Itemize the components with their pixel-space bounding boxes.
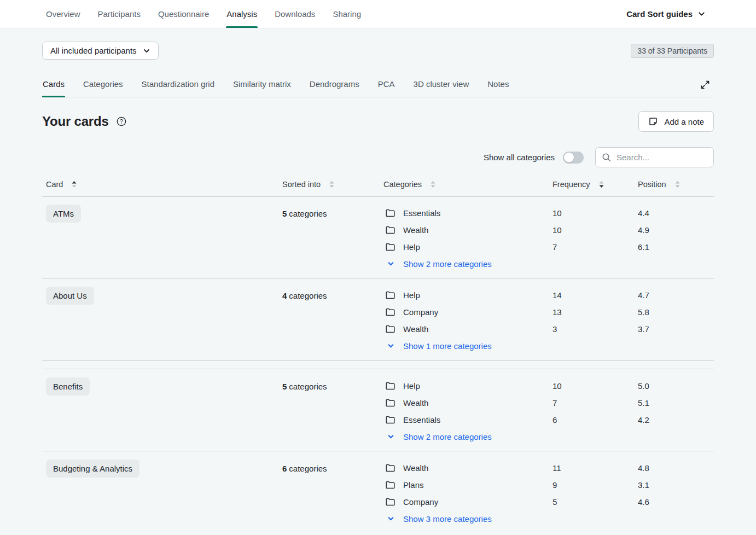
category-frequency: 9	[553, 480, 638, 490]
row-group-divider	[42, 360, 714, 369]
tab-standardization-grid[interactable]: Standardization grid	[141, 76, 215, 97]
folder-icon	[383, 382, 403, 390]
participants-filter-dropdown[interactable]: All included participants	[42, 42, 159, 60]
show-more-label: Show 3 more categories	[403, 514, 714, 524]
controls-row: Show all categories	[42, 147, 714, 167]
sorted-count: 4	[282, 291, 287, 300]
category-name: Wealth	[403, 225, 553, 235]
show-more-label: Show 1 more categories	[403, 341, 714, 351]
category-line: Wealth 3 3.7	[383, 321, 714, 338]
page-title: Your cards	[42, 114, 109, 129]
card-chip[interactable]: Budgeting & Analytics	[46, 460, 139, 478]
analysis-tabs-list: Cards Categories Standardization grid Si…	[42, 76, 509, 97]
sorted-count: 5	[282, 209, 287, 218]
sort-icon-frequency[interactable]	[598, 181, 604, 188]
category-frequency: 13	[553, 307, 638, 317]
category-frequency: 10	[553, 225, 638, 235]
card-cell: About Us	[46, 287, 282, 354]
sorted-suffix: categories	[289, 291, 327, 300]
show-more-categories-link[interactable]: Show 2 more categories	[383, 255, 714, 272]
folder-icon	[383, 498, 403, 506]
nav-item-downloads[interactable]: Downloads	[275, 0, 315, 28]
category-position: 3.7	[638, 324, 714, 334]
participants-count-badge: 33 of 33 Participants	[631, 44, 714, 58]
folder-icon	[383, 291, 403, 299]
category-position: 4.9	[638, 225, 714, 235]
main-content: All included participants 33 of 33 Parti…	[0, 42, 756, 533]
show-all-categories-label: Show all categories	[484, 153, 555, 162]
category-name: Help	[403, 290, 553, 300]
card-chip[interactable]: ATMs	[46, 205, 81, 223]
sort-icon-sorted-into[interactable]	[329, 181, 335, 188]
folder-icon	[383, 243, 403, 251]
categories-cell: Essentials 10 4.4 Wealth 10 4.9 Help 7 6…	[383, 205, 714, 272]
card-chip[interactable]: About Us	[46, 287, 94, 305]
table-row: ATMs 5categories Essentials 10 4.4 Wealt…	[42, 196, 714, 278]
category-name: Help	[403, 242, 553, 252]
sort-icon-position[interactable]	[674, 181, 681, 188]
show-more-categories-link[interactable]: Show 1 more categories	[383, 338, 714, 354]
folder-icon	[383, 416, 403, 424]
card-sort-guides-menu[interactable]: Card Sort guides	[626, 0, 706, 28]
category-name: Company	[403, 307, 553, 317]
card-chip[interactable]: Benefits	[46, 377, 90, 396]
card-cell: Benefits	[46, 377, 282, 445]
card-sort-guides-label: Card Sort guides	[626, 9, 693, 19]
category-position: 5.1	[638, 398, 714, 408]
category-name: Essentials	[403, 415, 553, 424]
column-label: Sorted into	[282, 180, 321, 189]
category-name: Wealth	[403, 398, 553, 408]
table-row: Budgeting & Analytics 6categories Wealth…	[42, 451, 714, 533]
tab-similarity-matrix[interactable]: Similarity matrix	[232, 76, 292, 97]
chevron-down-icon	[383, 515, 403, 522]
category-line: Help 7 6.1	[383, 239, 714, 255]
category-line: Wealth 11 4.8	[383, 460, 714, 476]
nav-item-analysis[interactable]: Analysis	[226, 0, 257, 28]
tab-pca[interactable]: PCA	[377, 76, 396, 97]
add-note-button[interactable]: Add a note	[638, 111, 714, 132]
show-more-categories-link[interactable]: Show 3 more categories	[383, 510, 714, 527]
cards-table: Card Sorted into Categories	[42, 180, 714, 533]
tab-dendrograms[interactable]: Dendrograms	[309, 76, 360, 97]
tab-notes[interactable]: Notes	[487, 76, 509, 97]
tab-categories[interactable]: Categories	[83, 76, 124, 97]
category-position: 4.8	[638, 463, 714, 473]
expand-icon[interactable]	[700, 79, 714, 97]
chevron-down-icon	[697, 10, 706, 18]
category-position: 4.6	[638, 497, 714, 507]
show-all-categories-toggle[interactable]	[563, 152, 584, 164]
add-note-label: Add a note	[664, 117, 704, 126]
sorted-into-cell: 6categories	[282, 460, 383, 527]
search-input[interactable]	[617, 153, 707, 162]
category-line: Essentials 10 4.4	[383, 205, 714, 222]
folder-icon	[383, 226, 403, 234]
category-name: Wealth	[403, 324, 553, 334]
categories-cell: Wealth 11 4.8 Plans 9 3.1 Company 5 4.6 …	[383, 460, 714, 527]
table-body: ATMs 5categories Essentials 10 4.4 Wealt…	[42, 196, 714, 533]
participants-filter-label: All included participants	[50, 46, 137, 55]
show-more-categories-link[interactable]: Show 2 more categories	[383, 428, 714, 445]
sorted-suffix: categories	[289, 382, 327, 391]
category-line: Wealth 7 5.1	[383, 394, 714, 411]
sorted-suffix: categories	[289, 464, 327, 473]
tab-cards[interactable]: Cards	[42, 76, 65, 97]
show-more-label: Show 2 more categories	[403, 432, 714, 441]
category-name: Essentials	[403, 208, 553, 218]
nav-item-questionnaire[interactable]: Questionnaire	[158, 0, 209, 28]
category-position: 3.1	[638, 480, 714, 490]
nav-item-sharing[interactable]: Sharing	[333, 0, 361, 28]
column-label: Categories	[383, 180, 422, 189]
sorted-count: 6	[282, 464, 287, 473]
nav-item-overview[interactable]: Overview	[46, 0, 80, 28]
nav-item-participants[interactable]: Participants	[98, 0, 141, 28]
category-lines: Essentials 10 4.4 Wealth 10 4.9 Help 7 6…	[383, 205, 714, 255]
card-cell: ATMs	[46, 205, 282, 272]
category-frequency: 10	[553, 208, 638, 218]
folder-icon	[383, 325, 403, 333]
sort-icon-card[interactable]	[71, 181, 77, 188]
sort-icon-categories[interactable]	[430, 181, 436, 188]
category-frequency: 6	[553, 415, 638, 424]
tab-3d-cluster-view[interactable]: 3D cluster view	[413, 76, 470, 97]
help-icon[interactable]: ?	[116, 116, 127, 127]
folder-icon	[383, 209, 403, 217]
